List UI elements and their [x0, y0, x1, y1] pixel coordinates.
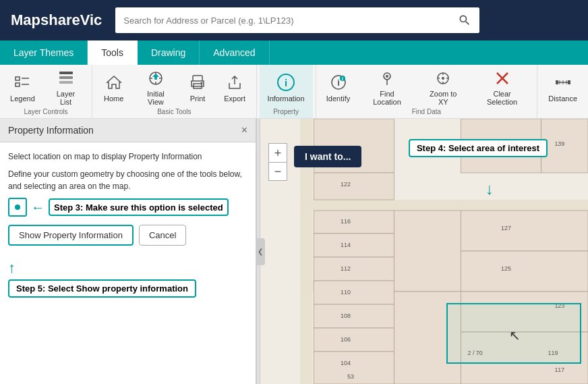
button-row: Show Property Information Cancel — [8, 225, 247, 246]
app-header: MapshareVic — [0, 0, 588, 40]
svg-text:i: i — [285, 77, 287, 88]
panel-body: Select location on map to display Proper… — [0, 142, 256, 384]
step5-up-arrow: ↑ — [8, 259, 16, 277]
search-bar — [115, 7, 479, 33]
toolbar: Legend Layer List Layer Controls Home — [0, 65, 588, 119]
zoom-in-button[interactable]: + — [268, 143, 287, 162]
zoom-to-xy-icon — [434, 70, 452, 87]
svg-rect-5 — [59, 76, 73, 79]
print-icon — [188, 73, 207, 92]
svg-rect-41 — [314, 328, 394, 352]
toolbar-group-layer-controls: Legend Layer List Layer Controls — [0, 65, 92, 118]
step3-label: Step 3: Make sure this option is selecte… — [54, 202, 223, 213]
svg-rect-36 — [314, 211, 394, 234]
svg-text:108: 108 — [341, 312, 351, 319]
step4-label-box: Step 4: Select area of interest — [409, 139, 548, 157]
svg-point-21 — [442, 77, 444, 80]
home-icon — [105, 73, 123, 92]
svg-rect-2 — [16, 83, 20, 86]
svg-rect-40 — [314, 304, 394, 328]
svg-text:i: i — [342, 76, 343, 81]
svg-rect-30 — [301, 200, 588, 211]
svg-rect-47 — [394, 211, 461, 292]
search-button[interactable] — [450, 7, 479, 33]
svg-point-19 — [386, 75, 388, 78]
step3-arrow: ← — [31, 200, 45, 215]
option-dot[interactable] — [8, 198, 27, 217]
tab-advanced[interactable]: Advanced — [200, 40, 269, 65]
svg-text:114: 114 — [341, 242, 351, 248]
collapse-icon: ❮ — [258, 248, 263, 255]
toolbar-group-property: i Information Property — [257, 65, 316, 118]
svg-text:53: 53 — [347, 373, 354, 380]
tab-bar: Layer Themes Tools Drawing Advanced — [0, 40, 588, 65]
panel-title: Property Information — [8, 125, 94, 136]
tool-distance[interactable]: Distance — [540, 65, 585, 118]
find-location-icon — [378, 70, 396, 87]
panel-collapse-button[interactable]: ❮ — [256, 238, 265, 265]
svg-text:117: 117 — [554, 366, 564, 373]
svg-rect-23 — [556, 80, 558, 84]
svg-point-11 — [201, 82, 203, 84]
svg-text:122: 122 — [341, 181, 351, 188]
svg-rect-37 — [314, 234, 394, 257]
panel-close-button[interactable]: × — [241, 124, 247, 136]
svg-rect-6 — [59, 81, 73, 84]
step5-annotation-container: ↑ Step 5: Select Show property informati… — [8, 259, 247, 298]
svg-text:125: 125 — [501, 265, 511, 272]
step5-arrow-row: ↑ — [8, 259, 247, 277]
svg-rect-4 — [59, 72, 73, 74]
search-icon — [458, 13, 471, 27]
toolbar-group-basic-tools: Home Initial View — [92, 65, 256, 118]
cursor-icon: ↖ — [509, 327, 521, 344]
show-property-button[interactable]: Show Property Information — [8, 225, 134, 246]
tab-tools[interactable]: Tools — [88, 40, 138, 65]
svg-text:116: 116 — [341, 218, 351, 225]
panel-text1: Select location on map to display Proper… — [8, 150, 247, 163]
svg-text:110: 110 — [341, 289, 351, 296]
step3-container: ← Step 3: Make sure this option is selec… — [8, 198, 247, 217]
svg-rect-24 — [568, 80, 570, 84]
svg-rect-9 — [193, 76, 202, 81]
svg-rect-38 — [314, 257, 394, 281]
panel-text2: Define your custom geometry by choosing … — [8, 168, 247, 192]
map-area[interactable]: Select a point on the map. × + − — [260, 119, 588, 384]
zoom-controls: + − — [268, 143, 287, 181]
tab-layer-themes[interactable]: Layer Themes — [0, 40, 88, 65]
toolbar-group-find-data: i i Identify Find Location — [316, 65, 538, 118]
property-panel: Property Information × Select location o… — [0, 119, 256, 384]
svg-text:106: 106 — [341, 336, 351, 343]
zoom-out-button[interactable]: − — [268, 162, 287, 181]
app-title: MapshareVic — [11, 11, 102, 29]
clear-selection-icon — [493, 70, 512, 87]
svg-text:i: i — [337, 78, 340, 88]
cancel-button[interactable]: Cancel — [139, 225, 186, 246]
search-input[interactable] — [115, 7, 450, 33]
export-icon — [225, 73, 244, 92]
svg-text:104: 104 — [341, 360, 351, 366]
svg-rect-44 — [461, 251, 588, 292]
information-icon: i — [276, 73, 295, 92]
identify-icon: i i — [329, 73, 348, 92]
step4-arrow: ↓ — [486, 180, 494, 198]
svg-rect-39 — [314, 281, 394, 304]
main-area: Property Information × Select location o… — [0, 119, 588, 384]
distance-icon — [554, 73, 572, 92]
svg-text:127: 127 — [501, 225, 511, 231]
legend-icon — [13, 73, 32, 92]
tab-drawing[interactable]: Drawing — [138, 40, 200, 65]
svg-rect-35 — [314, 173, 394, 200]
dot-inner — [15, 204, 20, 210]
initial-view-icon — [146, 70, 165, 87]
step4-label: Step 4: Select area of interest — [417, 143, 539, 153]
panel-header: Property Information × — [0, 119, 256, 142]
toolbar-group-distance: Distance — [537, 65, 588, 118]
svg-rect-0 — [16, 77, 20, 80]
svg-rect-43 — [461, 211, 588, 251]
step3-label-box: Step 3: Make sure this option is selecte… — [49, 198, 229, 216]
layer-list-icon — [57, 70, 76, 87]
svg-text:112: 112 — [341, 265, 351, 272]
step5-label: Step 5: Select Show property information — [8, 279, 196, 298]
svg-text:139: 139 — [554, 140, 564, 147]
i-want-to-button[interactable]: I want to... — [294, 146, 361, 167]
